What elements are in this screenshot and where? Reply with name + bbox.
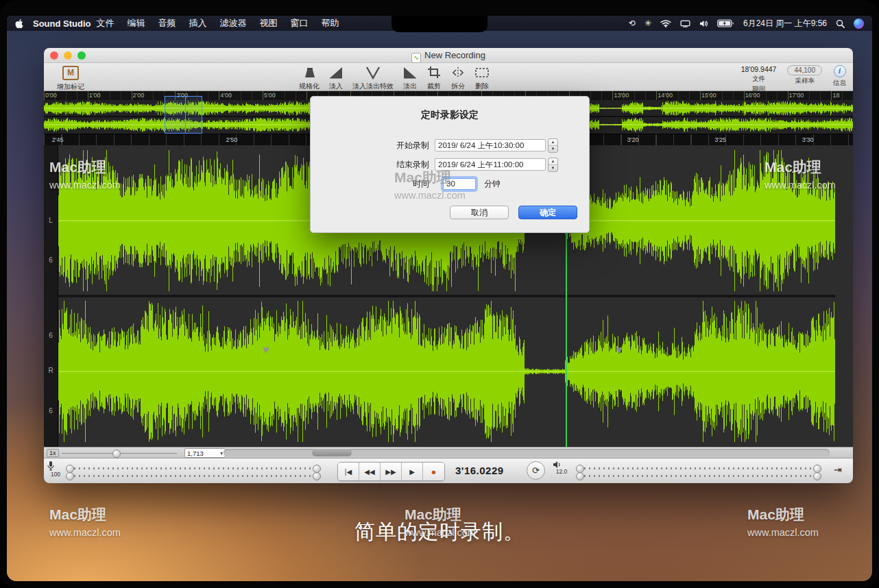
start-time-stepper[interactable]: ▲▼ <box>548 138 558 153</box>
end-time-stepper[interactable]: ▲▼ <box>548 158 558 172</box>
skip-to-start-button[interactable]: |◀ <box>338 463 359 480</box>
delete-icon <box>474 66 490 79</box>
fast-forward-button[interactable]: ▶▶ <box>381 463 402 480</box>
play-button[interactable]: ▶ <box>402 463 423 480</box>
sample-rate-select[interactable]: 44,100 <box>787 65 822 75</box>
heart-icon: ♥ <box>263 343 269 357</box>
heart-icon: ♥ <box>616 343 623 357</box>
channel-label-6: 6 <box>44 256 58 264</box>
stepper-down-icon[interactable]: ▼ <box>549 165 557 171</box>
battery-icon[interactable] <box>717 19 734 27</box>
menu-item-7[interactable]: 帮助 <box>321 18 339 28</box>
tool-label: 拆分 <box>451 82 465 91</box>
time-display: 3'16.0229 <box>455 465 531 476</box>
volume-icon[interactable] <box>699 20 708 27</box>
ruler-label: 18 <box>832 92 839 99</box>
fade-in-button[interactable]: 淡入 <box>328 66 344 91</box>
watermark: Mac助理www.maczl.com <box>747 504 819 540</box>
ok-button[interactable]: 确定 <box>518 206 577 219</box>
window-titlebar[interactable]: ∿New Recording <box>44 48 853 63</box>
status-icons: ⟲ ✳ 6月24日 周一 上午9:56 <box>629 16 864 31</box>
delete-button[interactable]: 删除 <box>474 66 490 91</box>
selection-divider <box>185 97 186 133</box>
file-label: 文件 <box>752 75 765 84</box>
input-slider-left-top[interactable] <box>69 467 318 470</box>
sample-rate-stat: 44,100 采样率 <box>787 65 822 86</box>
document-icon: ∿ <box>411 53 421 63</box>
laptop-frame: Sound Studio 文件编辑音频插入滤波器视图窗口帮助 ⟲ ✳ 6月24日… <box>0 0 879 588</box>
zoom-slider-thumb[interactable] <box>112 450 121 458</box>
slider-knob[interactable] <box>313 472 321 480</box>
channel-label-6: 6 <box>44 332 58 339</box>
time-machine-icon[interactable]: ⟲ <box>629 16 636 31</box>
output-slider-right-bottom[interactable] <box>579 474 819 478</box>
search-icon[interactable] <box>836 19 845 28</box>
ruler-label: 4'00 <box>220 92 232 99</box>
menu-item-4[interactable]: 滤波器 <box>219 18 246 28</box>
loop-button[interactable]: ⟳ <box>527 461 545 480</box>
scrollbar-thumb[interactable] <box>312 449 352 456</box>
add-marker-button[interactable]: M 增加标记 <box>51 66 91 92</box>
cancel-button[interactable]: 取消 <box>450 206 509 219</box>
rewind-button[interactable]: ◀◀ <box>359 463 381 480</box>
tool-label: 淡入淡出特效 <box>352 82 394 91</box>
info-stat: i 信息 <box>833 65 846 88</box>
watermark: Mac助理www.maczl.com <box>405 504 476 540</box>
split-button[interactable]: 拆分 <box>450 66 466 91</box>
normalize-button[interactable]: 规格化 <box>299 66 320 91</box>
watermark: Mac助理www.maczl.com <box>394 167 466 203</box>
menu-list: 文件编辑音频插入滤波器视图窗口帮助 <box>96 17 352 29</box>
slider-knob[interactable] <box>576 472 584 480</box>
asterisk-icon[interactable]: ✳ <box>645 16 651 31</box>
start-time-field[interactable]: 2019/ 6/24 上午10:30:00 <box>435 139 546 151</box>
stepper-down-icon[interactable]: ▼ <box>549 146 557 152</box>
siri-icon[interactable] <box>854 19 864 29</box>
tool-label: 规格化 <box>299 82 320 91</box>
toolbar-tools: 规格化淡入淡入淡出特效淡出裁剪拆分删除 <box>299 66 490 91</box>
menu-item-0[interactable]: 文件 <box>96 18 114 28</box>
ruler-label: 2'00 <box>133 92 145 99</box>
zoom-slider[interactable] <box>62 453 177 454</box>
watermark: Mac助理www.maczl.com <box>49 504 121 540</box>
apple-menu-icon[interactable] <box>15 19 23 29</box>
samples-select[interactable]: 1,713▾ <box>184 448 226 458</box>
output-slider-right-top[interactable] <box>579 467 819 470</box>
camera-notch <box>392 16 487 32</box>
crossfade-button[interactable]: 淡入淡出特效 <box>352 66 394 91</box>
menu-item-5[interactable]: 视图 <box>259 18 277 28</box>
fade-out-button[interactable]: 淡出 <box>402 66 418 91</box>
jump-to-end-icon[interactable]: ⇥ <box>834 464 842 475</box>
stepper-up-icon[interactable]: ▲ <box>549 158 557 165</box>
transport-bar: 100 |◀ ◀◀ ▶▶ ▶ ● 3'16.0229 ⟳ 12.0 ⇥ <box>44 458 853 483</box>
tool-label: 删除 <box>475 82 489 91</box>
info-button[interactable]: i <box>834 65 846 77</box>
watermark: Mac助理www.maczl.com <box>764 156 836 193</box>
record-button[interactable]: ● <box>423 463 444 480</box>
zoom-ruler-label: 3'30 <box>802 136 814 143</box>
display-mirroring-icon[interactable] <box>680 20 690 27</box>
wifi-icon[interactable] <box>660 19 671 27</box>
menu-bar-clock[interactable]: 6月24日 周一 上午9:56 <box>743 18 827 29</box>
zoom-level[interactable]: 1x <box>47 449 59 457</box>
normalize-icon <box>302 66 317 79</box>
file-duration-stat: 18'09.9447 文件 期间 <box>741 65 777 94</box>
menu-item-6[interactable]: 窗口 <box>290 18 308 28</box>
zoom-scroll-row: 1x 1,713▾ <box>44 447 853 458</box>
horizontal-scrollbar[interactable] <box>224 449 830 456</box>
slider-knob[interactable] <box>66 472 74 480</box>
stepper-up-icon[interactable]: ▲ <box>549 139 557 146</box>
ruler-label: 0'00 <box>45 92 57 99</box>
tool-label: 淡入 <box>329 82 343 91</box>
selection-box[interactable] <box>165 96 202 134</box>
menu-item-1[interactable]: 编辑 <box>127 18 145 28</box>
menu-item-3[interactable]: 插入 <box>189 18 206 28</box>
input-slider-left-bottom[interactable] <box>69 474 318 478</box>
slider-knob[interactable] <box>813 472 821 480</box>
start-time-row: 开始录制 2019/ 6/24 上午10:30:00 ▲▼ <box>311 138 589 152</box>
channel-label-R: R <box>44 367 58 374</box>
menu-item-2[interactable]: 音频 <box>158 18 176 28</box>
window-title: New Recording <box>424 50 485 60</box>
crop-button[interactable]: 裁剪 <box>426 66 442 91</box>
tool-label: 淡出 <box>403 82 417 91</box>
menu-app-name[interactable]: Sound Studio <box>33 19 91 29</box>
